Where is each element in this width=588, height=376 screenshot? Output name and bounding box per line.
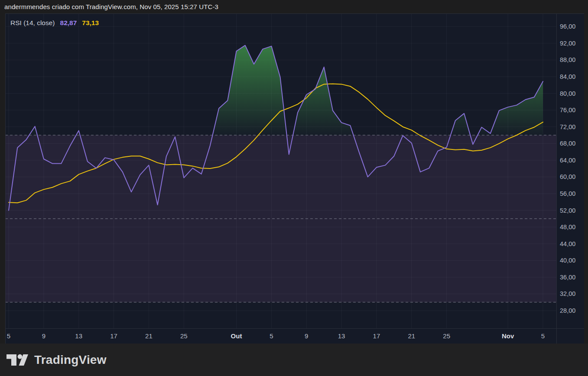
price-axis-label: 32,00 [560, 290, 575, 297]
time-axis-label: Nov [502, 332, 514, 340]
price-axis-label: 72,00 [560, 123, 575, 130]
time-axis-label: Out [231, 332, 242, 340]
price-axis-label: 92,00 [560, 40, 575, 47]
time-axis-label: 5 [270, 332, 273, 340]
price-axis-label: 84,00 [560, 73, 575, 80]
time-axis-label: 5 [541, 332, 545, 340]
tradingview-logo-icon [6, 354, 28, 366]
indicator-title: RSI (14, close) [10, 19, 55, 27]
price-axis-label: 76,00 [560, 107, 575, 113]
price-axis-label: 52,00 [560, 207, 575, 214]
price-axis-label: 48,00 [560, 224, 575, 230]
time-axis-label: 17 [373, 332, 380, 340]
price-axis-label: 60,00 [560, 173, 575, 180]
price-axis-label: 44,00 [560, 240, 575, 247]
time-axis-label: 21 [145, 332, 153, 340]
time-axis-label: 25 [443, 332, 450, 340]
price-axis-label: 36,00 [560, 274, 575, 281]
rsi-chart-pane[interactable]: 96,0092,0088,0084,0080,0076,0072,0068,00… [0, 0, 588, 376]
price-axis-label: 96,00 [560, 23, 575, 30]
price-axis-label: 88,00 [560, 56, 575, 63]
price-axis-label: 64,00 [560, 157, 575, 164]
time-axis-label: 17 [110, 332, 117, 340]
price-axis-label: 56,00 [560, 190, 575, 197]
footer-bar: TradingView [0, 344, 588, 376]
price-axis-label: 40,00 [560, 257, 575, 264]
price-axis-label: 80,00 [560, 90, 575, 97]
rsi-last-value: 82,87 [60, 19, 77, 27]
time-axis-label: 25 [180, 332, 188, 340]
time-axis-label: 21 [408, 332, 415, 340]
time-axis-label: 5 [7, 332, 10, 340]
tradingview-wordmark: TradingView [34, 353, 107, 367]
indicator-legend[interactable]: RSI (14, close) 82,87 73,13 [10, 19, 99, 27]
price-axis-label: 28,00 [560, 307, 575, 314]
time-axis-label: 13 [338, 332, 345, 340]
time-axis-label: 9 [305, 332, 308, 340]
time-axis-label: 9 [42, 332, 45, 340]
price-axis-label: 68,00 [560, 140, 575, 147]
ma-last-value: 73,13 [82, 19, 99, 27]
time-axis-label: 13 [75, 332, 82, 340]
